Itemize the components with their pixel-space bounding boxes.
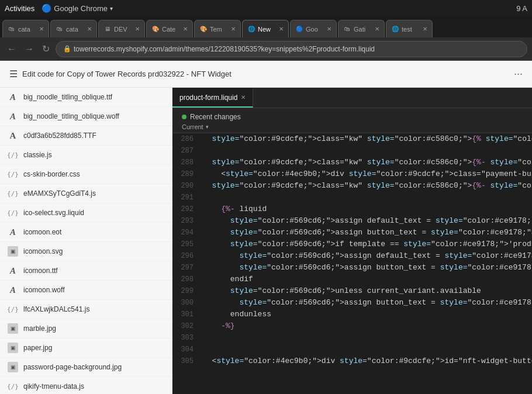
line-content[interactable]: style="color:#569cd6;">assign button_tex… [201, 262, 532, 274]
tab-title: cata [66, 26, 85, 33]
back-button[interactable]: ← [5, 43, 19, 56]
chrome-label[interactable]: Google Chrome [54, 4, 108, 13]
line-number: 298 [172, 274, 201, 285]
line-content[interactable]: style="color:#569cd6;">unless current_va… [201, 285, 532, 297]
sidebar-file-item[interactable]: ▣ icomoon.svg [0, 242, 172, 261]
table-row: 301 endunless [172, 309, 532, 320]
font-icon: A [10, 112, 16, 122]
status-dot [182, 115, 186, 119]
line-content[interactable]: <style="color:#4ec9b0;">div style="color… [201, 168, 532, 180]
line-number: 305 [172, 355, 201, 367]
browser-tab-tab4[interactable]: 🎨 Cate ✕ [146, 20, 193, 37]
tab-close-icon[interactable]: ✕ [87, 26, 92, 32]
line-content[interactable]: style="color:#569cd6;">assign default_te… [201, 215, 532, 227]
browser-tab-tab5[interactable]: 🎨 Tem ✕ [194, 20, 241, 37]
browser-tab-tab3[interactable]: 🖥 DEV ✕ [98, 20, 145, 37]
code-editor[interactable]: 286 style="color:#9cdcfe;">class="kw" st… [172, 133, 532, 394]
line-content[interactable]: style="color:#569cd6;">assign button_tex… [201, 297, 532, 309]
address-bar: ← → ↻ 🔒 towerrecords.myshopify.com/admin… [0, 37, 532, 61]
browser-tabs-bar: 🛍 cata ✕ 🛍 cata ✕ 🖥 DEV ✕ 🎨 Cate ✕ 🎨 Tem… [0, 16, 532, 37]
sidebar-file-item[interactable]: {/} lfcAXLwjkDALc541.js [0, 300, 172, 319]
file-name: big_noodle_titling_oblique.woff [23, 112, 119, 120]
browser-tab-tab2[interactable]: 🛍 cata ✕ [50, 20, 97, 37]
editor-title: Edit code for Copy of Tower Records prd0… [22, 70, 232, 78]
sidebar-file-item[interactable]: A big_noodle_titling_oblique.ttf [0, 88, 172, 107]
line-content[interactable]: style="color:#569cd6;">assign button_tex… [201, 227, 532, 239]
sidebar-file-item[interactable]: A big_noodle_titling_oblique.woff [0, 107, 172, 126]
tab-close-icon[interactable]: ✕ [39, 26, 44, 32]
title-bar-left: Activities 🔵 Google Chrome ▾ [5, 4, 113, 13]
table-row: 291 [172, 192, 532, 203]
code-file-icon: {/} [7, 306, 19, 313]
line-content[interactable]: style="color:#569cd6;">if template == st… [201, 239, 532, 250]
sidebar-file-item[interactable]: A icomoon.ttf [0, 261, 172, 281]
line-number: 299 [172, 285, 201, 297]
tab-title: Goo [306, 26, 324, 33]
activities-label[interactable]: Activities [5, 4, 34, 13]
current-label: Current [182, 123, 203, 130]
tab-close-icon[interactable]: ✕ [231, 26, 236, 32]
tab-close-icon[interactable]: ✕ [327, 26, 331, 32]
current-dropdown[interactable]: Current ▾ [182, 123, 523, 130]
url-text: towerrecords.myshopify.com/admin/themes/… [74, 45, 375, 53]
refresh-button[interactable]: ↻ [40, 42, 52, 56]
tab-favicon: 🎨 [199, 25, 208, 33]
sidebar-file-item[interactable]: A icomoon.woff [0, 281, 172, 300]
tab-close-icon[interactable]: ✕ [375, 26, 379, 32]
browser-tab-tab7[interactable]: 🔵 Goo ✕ [290, 20, 337, 37]
file-name: icomoon.woff [23, 286, 64, 294]
table-row: 293 style="color:#569cd6;">assign defaul… [172, 215, 532, 227]
table-row: 288 style="color:#9cdcfe;">class="kw" st… [172, 157, 532, 168]
sidebar-toggle-icon[interactable]: ☰ [9, 68, 18, 80]
sidebar-file-item[interactable]: {/} classie.js [0, 146, 172, 165]
sidebar-file-item[interactable]: {/} eMAMXSyTCgGdiT4.js [0, 184, 172, 203]
file-tab-product-form[interactable]: product-form.liquid ✕ [172, 88, 253, 108]
browser-tab-tab8[interactable]: 🛍 Gati ✕ [338, 20, 385, 37]
file-name: eMAMXSyTCgGdiT4.js [23, 189, 96, 198]
line-content[interactable]: style="color:#9cdcfe;">class="kw" style=… [201, 133, 532, 145]
file-icon: {/} [7, 168, 19, 180]
file-tab-close-icon[interactable]: ✕ [241, 94, 246, 101]
more-options-button[interactable]: ··· [514, 68, 523, 80]
line-number: 297 [172, 262, 201, 274]
line-content[interactable]: style="color:#9cdcfe;">class="kw" style=… [201, 157, 532, 168]
sidebar-file-item[interactable]: A icomoon.eot [0, 223, 172, 242]
sidebar-file-item[interactable]: ▣ password-page-background.jpg [0, 358, 172, 377]
chevron-down-icon: ▾ [206, 124, 209, 130]
line-content[interactable]: endif [201, 274, 532, 285]
font-icon: A [10, 227, 16, 237]
browser-tab-tab6[interactable]: 🌐 New ✕ [242, 20, 289, 37]
table-row: 287 [172, 145, 532, 157]
line-content[interactable]: endunless [201, 309, 532, 320]
sidebar-file-item[interactable]: {/} qikify-tmenu-data.js [0, 377, 172, 394]
tab-title: Gati [354, 26, 372, 33]
sidebar-file-item[interactable]: ▣ marble.jpg [0, 319, 172, 338]
line-content[interactable]: style="color:#569cd6;">assign default_te… [201, 250, 532, 262]
line-content[interactable]: <style="color:#4ec9b0;">div style="color… [201, 355, 532, 367]
browser-tab-tab9[interactable]: 🌐 test ✕ [386, 20, 433, 37]
sidebar-file-item[interactable]: {/} ico-select.svg.liquid [0, 203, 172, 223]
tab-close-icon[interactable]: ✕ [183, 26, 188, 32]
browser-tab-tab1[interactable]: 🛍 cata ✕ [2, 20, 49, 37]
sidebar-file-item[interactable]: ▣ paper.jpg [0, 338, 172, 358]
sidebar-file-item[interactable]: A c0df3a6b528fdd85.TTF [0, 126, 172, 146]
chrome-chevron[interactable]: ▾ [110, 5, 113, 12]
line-content[interactable]: style="color:#9cdcfe;">class="kw" style=… [201, 180, 532, 192]
code-file-icon: {/} [7, 171, 19, 178]
time-display: 9 A [516, 4, 527, 13]
tab-close-icon[interactable]: ✕ [423, 26, 427, 32]
line-content[interactable]: -%} [201, 320, 532, 332]
tab-close-icon[interactable]: ✕ [279, 26, 284, 32]
url-bar[interactable]: 🔒 towerrecords.myshopify.com/admin/theme… [56, 41, 527, 57]
code-area: product-form.liquid ✕ Recent changes Cur… [172, 88, 532, 394]
font-icon: A [10, 285, 16, 295]
forward-button[interactable]: → [22, 43, 36, 56]
file-icon: A [7, 284, 19, 296]
file-icon: {/} [7, 207, 19, 219]
table-row: 297 style="color:#569cd6;">assign button… [172, 262, 532, 274]
image-file-icon: ▣ [8, 343, 18, 353]
sidebar-file-item[interactable]: {/} cs-skin-border.css [0, 165, 172, 184]
line-content[interactable]: {%- liquid [201, 203, 532, 215]
recent-changes-bar: Recent changes Current ▾ [172, 108, 532, 133]
tab-close-icon[interactable]: ✕ [135, 26, 140, 32]
